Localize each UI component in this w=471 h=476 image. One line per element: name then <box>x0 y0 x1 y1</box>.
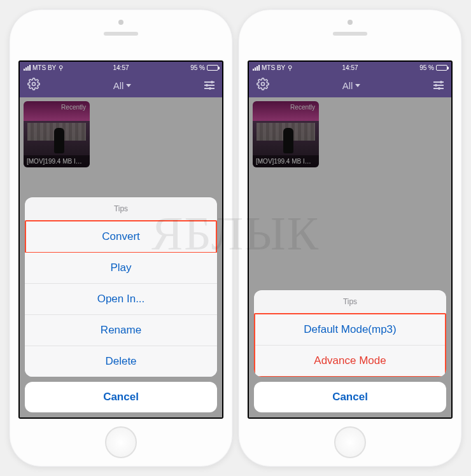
filter-icon[interactable] <box>204 81 214 90</box>
speaker <box>104 32 138 36</box>
front-camera <box>118 20 123 25</box>
nav-title-text: All <box>113 80 124 91</box>
sheet-header: Tips <box>254 290 446 314</box>
status-bar: MTS BY ⚲ 14:57 95 % <box>249 62 451 73</box>
svg-point-0 <box>32 82 36 85</box>
wifi-icon: ⚲ <box>59 64 63 71</box>
gear-icon[interactable] <box>257 78 269 94</box>
cancel-button[interactable]: Cancel <box>25 382 217 412</box>
signal-icon <box>253 65 260 71</box>
wifi-icon: ⚲ <box>288 64 292 71</box>
cancel-button[interactable]: Cancel <box>254 382 446 412</box>
nav-title[interactable]: All <box>342 80 361 91</box>
action-sheet: Tips Convert Play Open In... Rename Dele… <box>25 197 217 412</box>
home-button[interactable] <box>334 426 366 458</box>
status-bar: MTS BY ⚲ 14:57 95 % <box>20 62 222 73</box>
filter-icon[interactable] <box>433 81 444 90</box>
battery-icon <box>436 65 447 71</box>
sheet-item-convert[interactable]: Convert <box>26 221 216 252</box>
home-button[interactable] <box>105 426 137 458</box>
phone-left: MTS BY ⚲ 14:57 95 % All <box>9 9 233 467</box>
front-camera <box>348 20 353 25</box>
sheet-item-advance-mode[interactable]: Advance Mode <box>255 346 445 376</box>
carrier-label: MTS BY <box>262 64 285 71</box>
signal-icon <box>24 65 31 71</box>
action-sheet-main: Tips Default Mode(mp3) Advance Mode <box>254 290 446 377</box>
viewport: MTS BY ⚲ 14:57 95 % All <box>249 62 451 417</box>
speaker <box>333 32 367 36</box>
phone-right: MTS BY ⚲ 14:57 95 % All <box>238 9 462 467</box>
carrier-label: MTS BY <box>32 64 56 71</box>
action-sheet-main: Tips Convert Play Open In... Rename Dele… <box>25 197 217 377</box>
screen: MTS BY ⚲ 14:57 95 % All <box>18 60 223 419</box>
nav-title[interactable]: All <box>113 80 132 91</box>
sheet-header: Tips <box>25 197 217 221</box>
sheet-item-default-mode[interactable]: Default Mode(mp3) <box>255 314 445 346</box>
battery-text: 95 % <box>190 64 205 71</box>
screen: MTS BY ⚲ 14:57 95 % All <box>248 60 453 419</box>
gear-icon[interactable] <box>27 78 40 94</box>
battery-text: 95 % <box>419 64 434 71</box>
nav-title-text: All <box>342 80 353 91</box>
chevron-down-icon <box>126 84 131 87</box>
content-area: Recently [MOV]199.4 MB IMG_... Tips Defa… <box>249 97 451 417</box>
sheet-item-rename[interactable]: Rename <box>25 315 217 346</box>
sheet-item-open-in[interactable]: Open In... <box>25 284 217 315</box>
nav-bar: All <box>249 73 451 97</box>
sheet-item-delete[interactable]: Delete <box>25 346 217 377</box>
nav-bar: All <box>20 73 222 97</box>
battery-icon <box>207 65 218 71</box>
chevron-down-icon <box>355 84 360 87</box>
highlight-convert: Convert <box>25 220 217 253</box>
svg-point-1 <box>262 82 265 85</box>
viewport: MTS BY ⚲ 14:57 95 % All <box>20 62 222 417</box>
sheet-item-play[interactable]: Play <box>25 253 217 284</box>
content-area: Recently [MOV]199.4 MB IMG_... Tips Conv… <box>20 97 222 417</box>
action-sheet: Tips Default Mode(mp3) Advance Mode Canc… <box>254 290 446 412</box>
highlight-modes: Default Mode(mp3) Advance Mode <box>254 313 446 377</box>
